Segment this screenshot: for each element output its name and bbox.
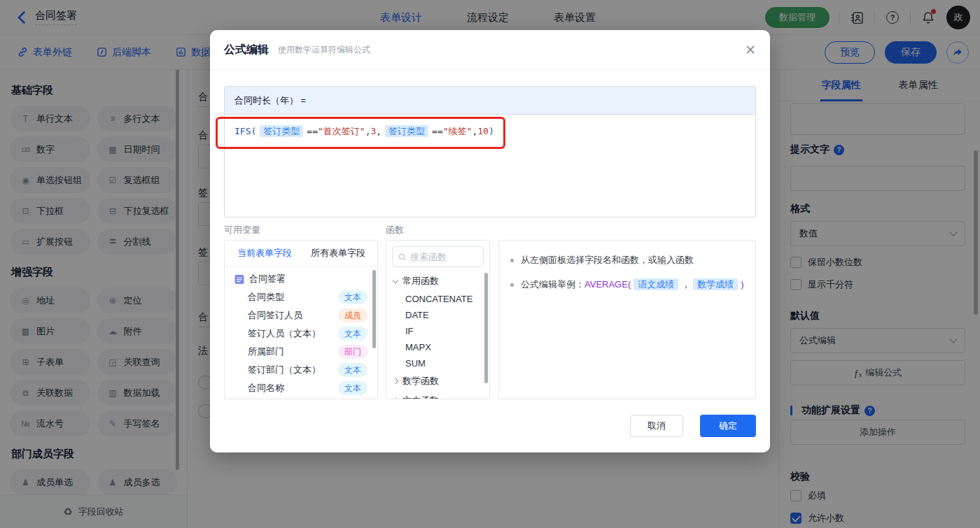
- function-group-text[interactable]: 文本函数: [386, 391, 489, 399]
- chevron-right-icon: [393, 398, 398, 399]
- formula-editor-modal: 公式编辑 使用数学运算符编辑公式 ✕ 合同时长（年） = IFS(签订类型=="…: [210, 30, 770, 452]
- variable-row[interactable]: 合同名称 文本: [225, 379, 377, 397]
- example-field-chip: 语文成绩: [634, 278, 678, 290]
- type-badge: 文本: [338, 363, 368, 377]
- formula-token-field-chip: 签订类型: [385, 125, 428, 137]
- modal-header: 公式编辑 使用数学运算符编辑公式 ✕: [210, 30, 770, 71]
- search-icon: [398, 252, 406, 262]
- function-item-concatenate[interactable]: CONCATENATE: [386, 291, 489, 307]
- variable-row[interactable]: 合同签订人员 成员: [225, 306, 377, 324]
- variable-row[interactable]: 签订部门（文本） 文本: [225, 361, 377, 379]
- close-icon[interactable]: ✕: [745, 43, 756, 57]
- bullet-dot: [510, 283, 514, 287]
- modal-title: 公式编辑: [224, 43, 269, 57]
- example-close-paren: ): [741, 279, 743, 290]
- formula-help-panel: 从左侧面板选择字段名和函数，或输入函数 公式编辑举例：AVERAGE(语文成绩，…: [498, 240, 756, 399]
- tab-current-form-fields[interactable]: 当前表单字段: [237, 247, 292, 259]
- variables-root-node[interactable]: 合同签署: [225, 266, 377, 288]
- variable-row[interactable]: 所属部门 部门: [225, 343, 377, 361]
- chevron-right-icon: [393, 378, 398, 384]
- example-field-chip: 数学成绩: [693, 278, 738, 290]
- formula-token-number: 10: [477, 126, 489, 136]
- function-item-sum[interactable]: SUM: [386, 355, 489, 371]
- formula-token-string: "首次签订": [318, 126, 365, 136]
- variables-tabs: 当前表单字段 所有表单字段: [225, 241, 377, 266]
- functions-scrollbar[interactable]: [484, 273, 488, 383]
- type-badge: 文本: [338, 290, 368, 304]
- variable-row-clipped[interactable]: [225, 397, 377, 399]
- function-group-math[interactable]: 数学函数: [386, 371, 489, 391]
- example-function: AVERAGE(: [584, 279, 631, 290]
- formula-editor: 合同时长（年） = IFS(签订类型=="首次签订",3,签订类型=="续签",…: [224, 86, 756, 217]
- help-tip: 从左侧面板选择字段名和函数，或输入函数: [510, 252, 744, 268]
- formula-token-field-chip: 签订类型: [260, 125, 303, 137]
- formula-token-comma: ,: [376, 126, 382, 136]
- help-example: 公式编辑举例：AVERAGE(语文成绩，数学成绩): [510, 277, 744, 292]
- type-badge: 文本: [338, 327, 368, 341]
- formula-token-function: IFS(: [234, 126, 256, 136]
- function-item-if[interactable]: IF: [386, 323, 489, 339]
- formula-token-operator: ==: [307, 126, 318, 136]
- variable-row[interactable]: 签订人员（文本） 文本: [225, 324, 377, 343]
- functions-label: 函数: [386, 224, 404, 236]
- function-item-mapx[interactable]: MAPX: [386, 339, 489, 355]
- functions-panel: 常用函数 CONCATENATE DATE IF MAPX SUM 数学函数 文…: [386, 240, 490, 399]
- variables-panel: 当前表单字段 所有表单字段 合同签署 合同类型 文本 合同签订人员 成员 签订人…: [224, 240, 378, 399]
- type-badge: 文本: [338, 381, 368, 395]
- type-badge: 部门: [338, 345, 368, 359]
- form-doc-icon: [234, 274, 244, 285]
- variables-scrollbar[interactable]: [372, 270, 376, 348]
- formula-token-operator: ==: [432, 126, 443, 136]
- formula-token-string: "续签": [443, 126, 472, 136]
- function-item-date[interactable]: DATE: [386, 307, 489, 323]
- bullet-dot: [510, 259, 514, 262]
- confirm-button[interactable]: 确定: [700, 415, 756, 437]
- available-variables-label: 可用变量: [224, 224, 260, 236]
- variable-row[interactable]: 合同类型 文本: [225, 288, 377, 306]
- formula-input-area[interactable]: IFS(签订类型=="首次签订",3,签订类型=="续签",10): [225, 115, 755, 148]
- cancel-button[interactable]: 取消: [630, 415, 683, 437]
- tab-all-form-fields[interactable]: 所有表单字段: [311, 247, 365, 259]
- chevron-down-icon: [393, 277, 398, 283]
- function-group-common[interactable]: 常用函数: [386, 271, 489, 291]
- formula-token-paren: ): [489, 126, 494, 136]
- function-search-box: [392, 246, 484, 267]
- formula-target-field: 合同时长（年） =: [225, 87, 755, 115]
- type-badge: 成员: [338, 308, 368, 322]
- function-search-input[interactable]: [410, 252, 477, 262]
- modal-subtitle: 使用数学运算符编辑公式: [278, 44, 370, 56]
